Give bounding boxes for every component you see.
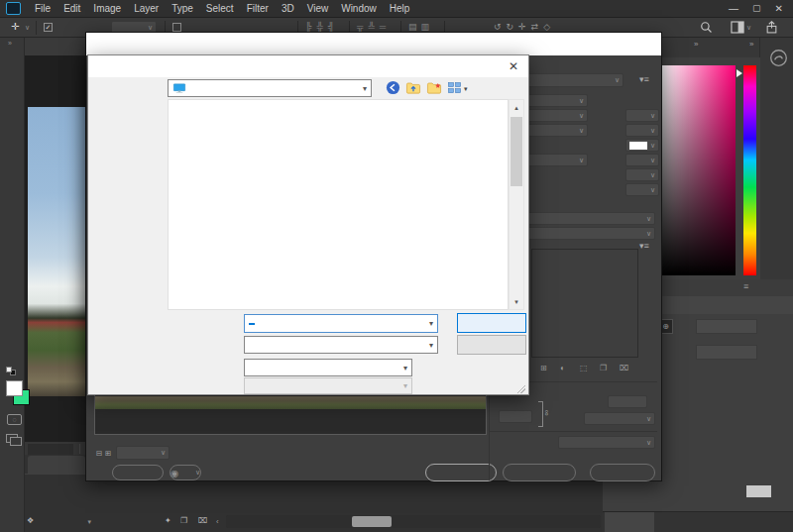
share-icon[interactable]	[765, 21, 778, 34]
image-height-field[interactable]	[499, 410, 532, 423]
arrange-icons[interactable]: ▤▥	[408, 22, 433, 32]
workspace-chevron-icon[interactable]: ∨	[746, 24, 751, 32]
distribute-icons[interactable]: ╦╩═	[357, 22, 391, 32]
close-button[interactable]: ✕	[775, 3, 783, 14]
colors-field[interactable]: ∨	[625, 109, 659, 122]
minimize-button[interactable]: —	[729, 3, 738, 14]
looping-options-dropdown[interactable]: ∨	[558, 436, 655, 449]
foreground-color-swatch[interactable]	[6, 380, 23, 396]
sfw-done-button[interactable]	[590, 464, 655, 481]
menu-edit[interactable]: Edit	[57, 3, 86, 14]
save-button[interactable]	[457, 313, 526, 333]
preview-in-browser-button[interactable]	[112, 465, 164, 480]
shift-web-icon[interactable]: ◐	[560, 364, 565, 372]
panel-scroll-thumb[interactable]	[746, 485, 771, 497]
web-snap-field[interactable]: ∨	[625, 168, 659, 181]
save-in-dropdown[interactable]: ▾	[168, 79, 372, 97]
timeline-loop-dropdown[interactable]: ▾	[44, 515, 91, 528]
timeline-scroll-thumb[interactable]	[352, 516, 392, 527]
up-one-level-icon[interactable]	[405, 80, 421, 95]
duplicate-frame-icon[interactable]: ❐	[180, 516, 187, 525]
last-folder-icon[interactable]	[386, 80, 400, 95]
sfw-zoom-dropdown[interactable]: ∨	[116, 446, 170, 460]
menu-select[interactable]: Select	[200, 3, 240, 14]
dither-field[interactable]: ∨	[625, 124, 659, 137]
canvas-image	[28, 107, 85, 396]
collapse-panels-icon[interactable]: »	[694, 40, 698, 49]
dialog-close-icon[interactable]: ✕	[509, 59, 518, 73]
menu-image[interactable]: Image	[87, 3, 127, 14]
preset-menu-icon[interactable]: ▾≡	[639, 74, 649, 84]
menu-layer[interactable]: Layer	[128, 3, 165, 14]
sfw-save-button[interactable]	[425, 464, 497, 481]
status-zoom-level[interactable]	[28, 444, 73, 455]
new-folder-icon[interactable]	[426, 80, 442, 95]
sfw-cancel-button[interactable]	[503, 464, 576, 481]
scroll-left-icon[interactable]: ‹	[216, 517, 219, 526]
screen-mode-icon[interactable]	[6, 434, 22, 446]
resize-grip[interactable]	[516, 384, 525, 393]
browser-preview-dropdown[interactable]: ◉∨	[170, 465, 201, 480]
file-list[interactable]	[168, 99, 509, 310]
libraries-panel-icon[interactable]	[769, 49, 788, 67]
align-icons[interactable]: ╠╬╣	[305, 22, 339, 32]
menu-filter[interactable]: Filter	[241, 3, 275, 14]
matte-swatch[interactable]: ∨	[625, 139, 659, 152]
collapse-dock-icon[interactable]: »	[749, 40, 753, 49]
menu-3d[interactable]: 3D	[276, 3, 300, 14]
menu-view[interactable]: View	[301, 3, 335, 14]
tween-icon[interactable]: ✦	[165, 516, 171, 525]
convert-timeline-icon[interactable]: ❖	[27, 516, 34, 525]
view-menu-chevron-icon[interactable]: ▾	[464, 85, 468, 93]
format-dropdown[interactable]: ▾	[244, 336, 438, 354]
hue-strip[interactable]	[743, 65, 756, 275]
percent-field[interactable]	[608, 395, 647, 408]
scroll-up-icon[interactable]: ▴	[510, 100, 523, 115]
quality-dropdown[interactable]: ∨	[584, 412, 655, 425]
show-transform-controls-checkbox[interactable]	[172, 23, 181, 32]
settings-dropdown[interactable]: ▾	[244, 359, 412, 376]
scroll-thumb[interactable]	[510, 117, 522, 186]
snap-palette-icon[interactable]: ⊞	[540, 364, 547, 372]
dialog-title-bar[interactable]: ✕	[88, 55, 528, 77]
view-menu-icon[interactable]	[447, 80, 462, 95]
toolstrip-chevron-icon[interactable]: »	[8, 40, 12, 47]
menu-help[interactable]: Help	[384, 3, 416, 14]
zoom-in-icon[interactable]: ⊞	[105, 449, 111, 458]
workspace-switcher-icon[interactable]	[731, 21, 744, 34]
sfw-title-bar[interactable]	[86, 33, 661, 55]
y-field[interactable]	[696, 345, 757, 360]
timeline-scrollbar[interactable]	[226, 515, 601, 528]
list-scrollbar[interactable]: ▴ ▾	[509, 99, 524, 310]
amount-field[interactable]: ∨	[625, 154, 659, 166]
file-name-input[interactable]: ▾	[244, 314, 438, 333]
color-table-menu-icon[interactable]: ▾≡	[639, 241, 649, 251]
maximize-button[interactable]: ▢	[752, 3, 761, 14]
quick-mask-icon[interactable]: ◌	[7, 414, 22, 425]
color-picker-gradient[interactable]	[662, 65, 736, 275]
search-icon[interactable]	[700, 21, 713, 34]
scroll-down-icon[interactable]: ▾	[510, 294, 523, 309]
3d-mode-icons[interactable]: ↺↻✛⇄◇	[494, 22, 555, 32]
menu-file[interactable]: File	[29, 3, 57, 14]
panel-menu-icon[interactable]: ≡	[743, 281, 748, 291]
link-icon[interactable]: ∞	[542, 410, 551, 416]
menu-window[interactable]: Window	[335, 3, 383, 14]
delete-color-icon[interactable]: ⌧	[620, 364, 628, 372]
lock-color-icon[interactable]: ⬚	[580, 364, 588, 372]
tool-preset-chevron-icon[interactable]: ∨	[25, 24, 30, 32]
screen-mode-front	[10, 437, 22, 446]
lossy-field[interactable]: ∨	[625, 183, 659, 196]
zoom-out-icon[interactable]: ⊟	[96, 449, 102, 458]
auto-select-checkbox[interactable]: ✓	[44, 23, 53, 32]
default-colors-icon[interactable]	[6, 367, 18, 376]
height-field[interactable]	[696, 319, 757, 334]
tab-timeline[interactable]	[28, 456, 85, 474]
delete-frame-icon[interactable]: ⌧	[198, 516, 207, 525]
hue-slider-marker[interactable]	[736, 69, 742, 77]
menu-type[interactable]: Type	[166, 3, 199, 14]
mini-fg-swatch	[6, 367, 12, 372]
new-color-icon[interactable]: ❐	[600, 364, 607, 372]
cancel-button[interactable]	[457, 335, 526, 355]
tab-layers[interactable]	[605, 512, 654, 532]
